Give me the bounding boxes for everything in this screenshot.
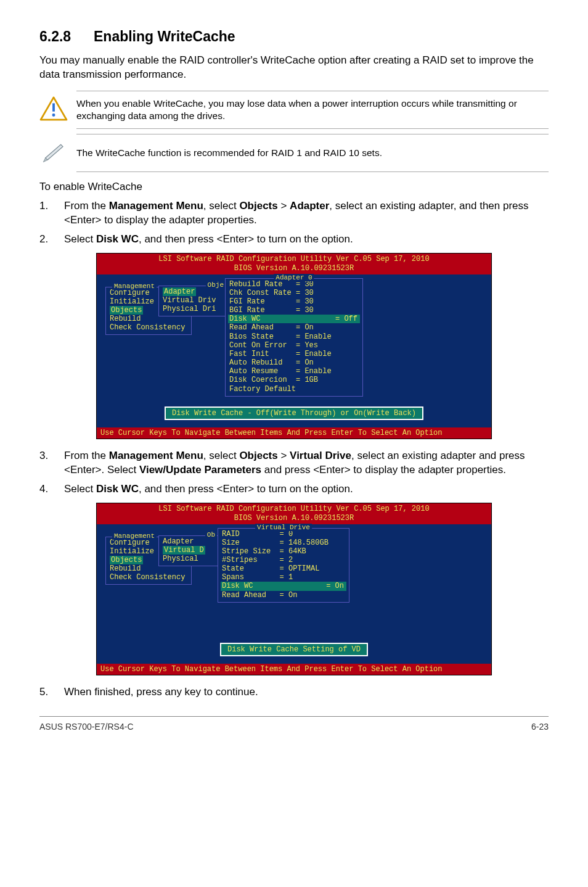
disk-wc-row[interactable]: Disk WC= On bbox=[221, 582, 346, 590]
property-row: BGI Rate = 30 bbox=[229, 306, 359, 315]
procedure-heading: To enable WriteCache bbox=[39, 181, 549, 193]
property-row: Read Ahead = On bbox=[229, 323, 359, 332]
section-title: Enabling WriteCache bbox=[94, 28, 235, 44]
bios-screenshot-virtual-drive: LSI Software RAID Configuration Utility … bbox=[96, 503, 492, 675]
status-message: Disk Write Cache Setting of VD bbox=[220, 643, 368, 656]
note-text: The WriteCache function is recommended f… bbox=[76, 147, 382, 159]
property-row: Cont On Error = Yes bbox=[229, 341, 359, 350]
intro-paragraph: You may manually enable the RAID control… bbox=[39, 54, 549, 82]
adapter-properties-box: Adapter 0 Rebuild Rate = 30Chk Const Rat… bbox=[225, 278, 363, 397]
disk-wc-row[interactable]: Disk WC= Off bbox=[228, 315, 360, 323]
bios-screenshot-adapter: LSI Software RAID Configuration Utility … bbox=[96, 253, 492, 439]
property-row: Auto Rebuild = On bbox=[229, 358, 359, 367]
property-row: Read Ahead = On bbox=[222, 591, 345, 600]
note-icon bbox=[39, 139, 68, 167]
property-row: FGI Rate = 30 bbox=[229, 297, 359, 306]
section-number: 6.2.8 bbox=[39, 28, 94, 45]
warning-icon bbox=[39, 96, 68, 123]
bios-footer: Use Cursor Keys To Navigate Between Item… bbox=[97, 664, 491, 675]
footer-product: ASUS RS700-E7/RS4-C bbox=[39, 722, 134, 732]
section-heading: 6.2.8Enabling WriteCache bbox=[39, 28, 549, 45]
virtual-drive-properties-box: Virtual Drive RAID = 0Size = 148.580GBSt… bbox=[218, 528, 349, 603]
objects-submenu-box: Ob Adapter Virtual D Physical bbox=[158, 535, 221, 566]
svg-point-2 bbox=[52, 113, 55, 117]
property-row: #Stripes = 2 bbox=[222, 556, 345, 564]
property-row: Auto Resume = Enable bbox=[229, 367, 359, 376]
property-row: Rebuild Rate = 30 bbox=[229, 280, 359, 289]
property-row: Disk Coercion = 1GB bbox=[229, 376, 359, 384]
property-row: Chk Const Rate = 30 bbox=[229, 289, 359, 297]
property-row: Factory Default bbox=[229, 385, 359, 394]
property-row: Size = 148.580GB bbox=[222, 538, 345, 547]
property-row: State = OPTIMAL bbox=[222, 564, 345, 573]
property-row: Stripe Size = 64KB bbox=[222, 547, 345, 556]
bios-header: LSI Software RAID Configuration Utility … bbox=[97, 503, 491, 524]
footer-page-number: 6-23 bbox=[531, 722, 549, 732]
warning-text: When you enable WriteCache, you may lose… bbox=[76, 97, 549, 122]
adapter-submenu-item[interactable]: Adapter bbox=[163, 287, 196, 296]
property-row: RAID = 0 bbox=[222, 530, 345, 538]
property-row: Bios State = Enable bbox=[229, 332, 359, 341]
step-2: 2. Select Disk WC, and then press <Enter… bbox=[39, 233, 549, 247]
objects-menu-item[interactable]: Objects bbox=[110, 306, 143, 315]
virtual-drive-submenu-item[interactable]: Virtual D bbox=[163, 546, 205, 555]
step-3: 3. From the Management Menu, select Obje… bbox=[39, 449, 549, 477]
objects-submenu-box: Obje Adapter Virtual Driv Physical Dri bbox=[158, 286, 230, 316]
step-4: 4. Select Disk WC, and then press <Enter… bbox=[39, 482, 549, 497]
status-message: Disk Write Cache - Off(Write Through) or… bbox=[165, 406, 423, 420]
bios-footer: Use Cursor Keys To Navigate Between Item… bbox=[97, 427, 491, 439]
property-row: Fast Init = Enable bbox=[229, 350, 359, 358]
step-5: 5. When finished, press any key to conti… bbox=[39, 685, 549, 699]
bios-header: LSI Software RAID Configuration Utility … bbox=[97, 254, 491, 274]
step-1: 1. From the Management Menu, select Obje… bbox=[39, 199, 549, 228]
svg-rect-1 bbox=[52, 103, 55, 111]
property-row: Spans = 1 bbox=[222, 573, 345, 582]
objects-menu-item[interactable]: Objects bbox=[110, 556, 143, 564]
